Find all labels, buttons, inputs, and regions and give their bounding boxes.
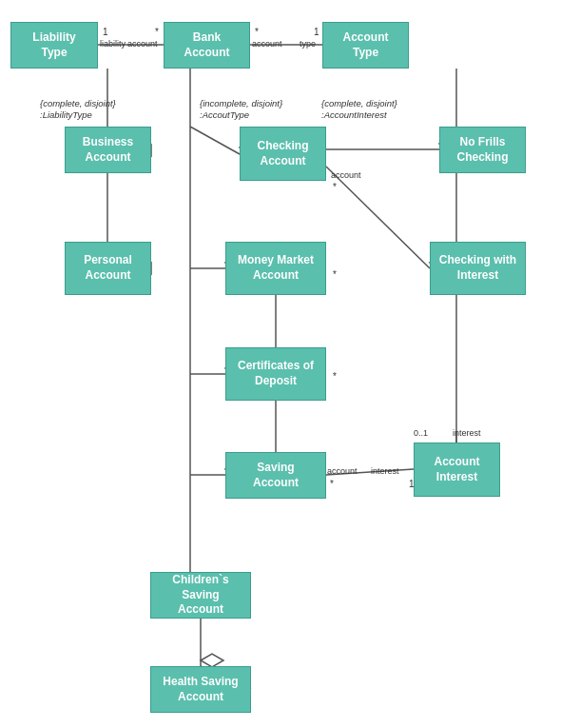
constraint-account-interest2: :AccountInterest — [321, 109, 387, 120]
checking-account-box[interactable]: CheckingAccount — [240, 127, 326, 181]
lbl-interest: interest — [371, 466, 399, 476]
constraint-liability-type2: :LiabilityType — [40, 109, 92, 120]
constraint-liability-type: {complete, disjoint} — [40, 98, 116, 108]
business-account-box[interactable]: BusinessAccount — [65, 127, 151, 173]
lbl-star3: * — [333, 182, 337, 192]
account-type-box[interactable]: Account Type — [322, 22, 409, 69]
lbl-1b: 1 — [314, 27, 319, 37]
saving-account-box[interactable]: Saving Account — [225, 452, 326, 499]
lbl-account2: account — [252, 39, 282, 49]
lbl-account3: account — [331, 170, 361, 180]
svg-line-6 — [190, 127, 240, 154]
account-interest-box[interactable]: AccountInterest — [414, 443, 500, 497]
no-frills-checking-box[interactable]: No FrillsChecking — [439, 127, 526, 173]
lbl-1: 1 — [103, 27, 108, 37]
money-market-account-box[interactable]: Money MarketAccount — [225, 242, 326, 295]
constraint-account-interest: {complete, disjoint} — [321, 98, 397, 108]
liability-type-box[interactable]: LiabilityType — [10, 22, 98, 69]
lbl-account4: account — [327, 466, 358, 476]
diagram: LiabilityType Bank Account Account Type … — [0, 0, 561, 728]
lbl-interest2: interest — [453, 428, 481, 438]
lbl-star6: * — [330, 479, 334, 489]
childrens-saving-box[interactable]: Children`sSaving Account — [150, 572, 251, 619]
lbl-liability: liability — [100, 39, 126, 49]
lbl-1c: 1 — [409, 479, 415, 489]
lbl-star2: * — [255, 27, 259, 37]
lbl-01: 0..1 — [414, 428, 428, 438]
lbl-star1: * — [155, 27, 159, 37]
certificates-deposit-box[interactable]: Certificates ofDeposit — [225, 347, 326, 401]
personal-account-box[interactable]: PersonalAccount — [65, 242, 151, 295]
constraint-account-type: {incomplete, disjoint} — [200, 98, 282, 108]
lbl-type: type — [300, 39, 316, 49]
lbl-account1: account — [127, 39, 158, 49]
lbl-star4: * — [333, 269, 337, 280]
lbl-star5: * — [333, 371, 337, 382]
svg-line-13 — [326, 167, 430, 268]
constraint-account-type2: :AccoutType — [200, 109, 249, 120]
bank-account-box[interactable]: Bank Account — [164, 22, 250, 69]
checking-with-interest-box[interactable]: Checking withInterest — [430, 242, 526, 295]
health-saving-box[interactable]: Health SavingAccount — [150, 666, 251, 713]
svg-marker-32 — [201, 654, 223, 667]
